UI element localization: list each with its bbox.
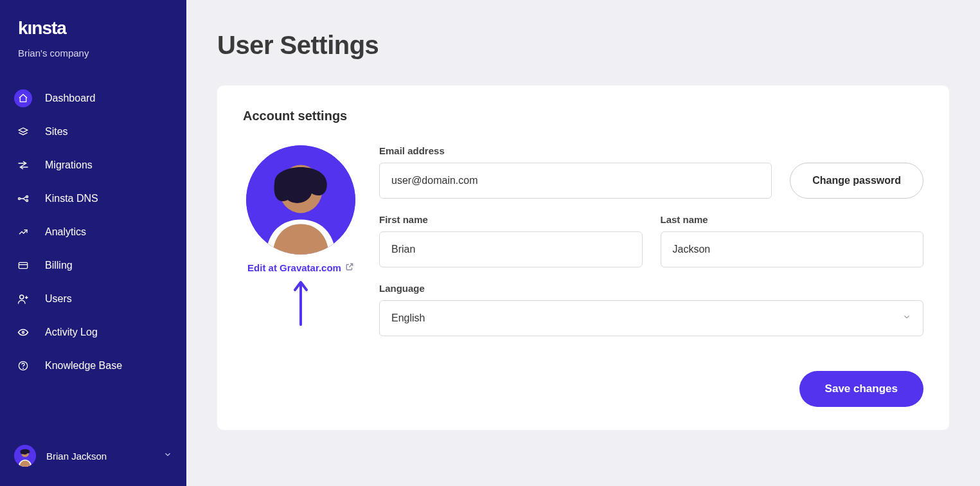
last-name-label: Last name <box>661 214 924 225</box>
sidebar-item-sites[interactable]: Sites <box>0 115 186 148</box>
annotation-arrow <box>292 280 309 328</box>
change-password-button[interactable]: Change password <box>790 163 923 199</box>
home-icon <box>14 89 32 107</box>
avatar <box>246 145 355 255</box>
first-name-label: First name <box>379 214 643 225</box>
sidebar-item-label: Knowledge Base <box>45 360 122 372</box>
sidebar-item-label: Billing <box>45 260 73 271</box>
sidebar-item-label: Analytics <box>45 226 86 238</box>
sidebar-item-activity[interactable]: Activity Log <box>0 316 186 349</box>
last-name-field[interactable] <box>661 231 924 267</box>
fields-column: Email address Change password First name… <box>379 145 923 407</box>
sidebar-item-label: Dashboard <box>45 93 95 104</box>
svg-rect-3 <box>19 262 27 268</box>
language-select[interactable]: English <box>379 300 923 336</box>
billing-icon <box>14 256 32 274</box>
sidebar-item-label: Migrations <box>45 159 93 171</box>
sidebar-item-kb[interactable]: Knowledge Base <box>0 349 186 382</box>
account-settings-card: Account settings Edit at Gravatar.com <box>217 86 949 430</box>
help-icon <box>14 357 32 375</box>
sidebar-item-label: Activity Log <box>45 327 98 338</box>
svg-point-0 <box>19 198 21 200</box>
language-value: English <box>391 312 425 324</box>
gravatar-link-label: Edit at Gravatar.com <box>247 262 341 273</box>
analytics-icon <box>14 223 32 241</box>
svg-point-4 <box>20 295 24 299</box>
page-title: User Settings <box>217 31 949 60</box>
sidebar-item-dashboard[interactable]: Dashboard <box>0 82 186 115</box>
external-link-icon <box>345 262 354 273</box>
sidebar-item-billing[interactable]: Billing <box>0 249 186 282</box>
sidebar-item-label: Users <box>45 293 72 305</box>
sidebar-item-migrations[interactable]: Migrations <box>0 148 186 182</box>
section-title: Account settings <box>243 109 923 123</box>
svg-point-5 <box>22 332 24 334</box>
eye-icon <box>14 323 32 341</box>
sidebar-item-analytics[interactable]: Analytics <box>0 215 186 249</box>
sidebar: kınsta Brian's company Dashboard Sites M… <box>0 0 186 486</box>
chevron-down-icon <box>163 450 172 462</box>
avatar-column: Edit at Gravatar.com <box>243 145 359 328</box>
sidebar-user-menu[interactable]: Brian Jackson <box>0 438 186 473</box>
email-field[interactable] <box>379 163 772 199</box>
sidebar-item-users[interactable]: Users <box>0 282 186 316</box>
layers-icon <box>14 123 32 141</box>
avatar-icon <box>14 445 36 467</box>
sidebar-item-dns[interactable]: Kinsta DNS <box>0 182 186 215</box>
save-changes-button[interactable]: Save changes <box>799 371 923 407</box>
company-name: Brian's company <box>0 39 186 64</box>
sidebar-user-name: Brian Jackson <box>46 451 153 462</box>
sidebar-nav: Dashboard Sites Migrations Kinsta DNS An <box>0 82 186 382</box>
svg-point-1 <box>26 196 28 198</box>
dns-icon <box>14 190 32 208</box>
main-content: User Settings Account settings Edit at G… <box>186 0 980 486</box>
edit-gravatar-link[interactable]: Edit at Gravatar.com <box>247 262 354 273</box>
users-icon <box>14 290 32 308</box>
svg-point-2 <box>26 200 28 202</box>
sidebar-item-label: Kinsta DNS <box>45 193 98 204</box>
first-name-field[interactable] <box>379 231 643 267</box>
email-label: Email address <box>379 145 772 156</box>
brand-logo: kınsta <box>0 18 186 39</box>
language-label: Language <box>379 283 923 294</box>
svg-point-7 <box>23 368 24 369</box>
chevron-down-icon <box>902 312 911 324</box>
migrate-icon <box>14 156 32 174</box>
sidebar-item-label: Sites <box>45 126 68 138</box>
